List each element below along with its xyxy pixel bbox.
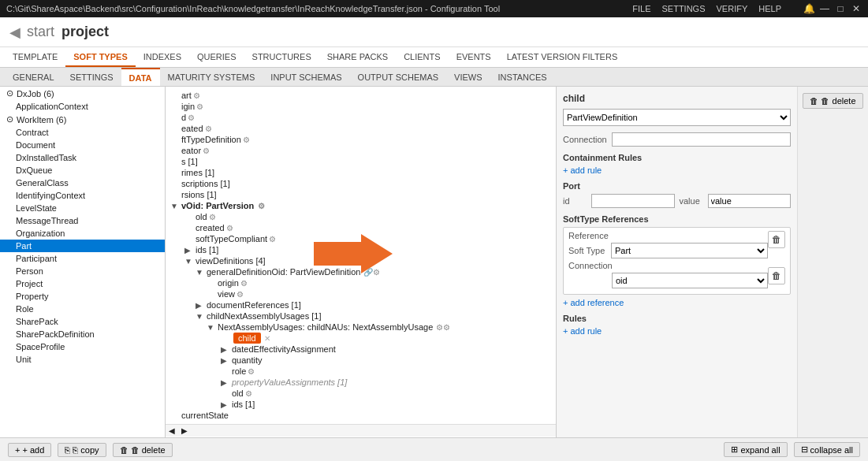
titlebar-path: C:\Git\ShareAspace\Backend\src\Configura… (6, 4, 500, 13)
connection-input[interactable] (612, 132, 791, 147)
verify-menu[interactable]: VERIFY (717, 4, 748, 13)
sidebar-item-generalclass[interactable]: GeneralClass (0, 177, 165, 189)
tab-input-schemas[interactable]: INPUT SCHEMAS (263, 68, 349, 86)
tab-clients[interactable]: CLIENTS (396, 47, 448, 67)
tab-queries[interactable]: QUERIES (189, 47, 244, 67)
add-btn[interactable]: + + add (8, 443, 51, 457)
tree-item-ids2[interactable]: ▶ ids [1] (166, 399, 556, 410)
tree-item-scriptions[interactable]: scriptions [1] (166, 178, 556, 189)
tree-item-old[interactable]: old ⚙ (166, 211, 556, 222)
sidebar-item-role[interactable]: Role (0, 303, 165, 315)
tab-views[interactable]: VIEWS (446, 68, 490, 86)
help-menu[interactable]: HELP (758, 4, 781, 13)
sidebar-item-contract[interactable]: Contract (0, 126, 165, 139)
tab-settings[interactable]: SETTINGS (62, 68, 121, 86)
add-containment-rule-btn[interactable]: + add rule (563, 165, 791, 175)
sidebar-item-identifyingcontext[interactable]: IdentifyingContext (0, 189, 165, 202)
tab-maturity-systems[interactable]: MATURITY SYSTEMS (160, 68, 263, 86)
tree-item-igin[interactable]: igin ⚙ (166, 101, 556, 112)
tree-item-datedeffectivityassignment[interactable]: ▶ datedEffectivityAssignment (166, 344, 556, 355)
soft-type-dropdown[interactable]: Part (611, 243, 768, 258)
sidebar-item-participant[interactable]: Participant (0, 252, 165, 265)
bell-icon[interactable]: 🔔 (803, 3, 814, 14)
tree-item-old2[interactable]: old ⚙ (166, 388, 556, 399)
tab-structures[interactable]: STRUCTURES (244, 47, 319, 67)
tree-item-void-partversion[interactable]: ▼ vOid: PartVersion ⚙ (166, 200, 556, 211)
delete-connection-btn[interactable]: 🗑 (768, 231, 785, 248)
tab-soft-types[interactable]: SOFT TYPES (65, 47, 135, 67)
tree-item-origin[interactable]: origin ⚙ (166, 277, 556, 288)
tree-item-nextassemblyusages[interactable]: ▼ NextAssemblyUsages: childNAUs: NextAss… (166, 322, 556, 333)
sidebar-item-unit[interactable]: Unit (0, 353, 165, 366)
tree-item-rsions[interactable]: rsions [1] (166, 189, 556, 200)
tab-share-packs[interactable]: SHARE PACKS (319, 47, 396, 67)
tab-latest-version-filters[interactable]: LATEST VERSION FILTERS (499, 47, 626, 67)
port-title: Port (563, 181, 791, 191)
tab-general[interactable]: GENERAL (5, 68, 62, 86)
sidebar-item-document[interactable]: Document (0, 139, 165, 151)
delete-action-btn[interactable]: 🗑 🗑 delete (803, 93, 862, 109)
tree-item-viewdefinitions[interactable]: ▼ viewDefinitions [4] (166, 255, 556, 266)
sidebar-item-part[interactable]: Part (0, 240, 165, 252)
tree-item-art[interactable]: art ⚙ (166, 90, 556, 101)
sidebar-item-property[interactable]: Property (0, 290, 165, 303)
sidebar-item-person[interactable]: Person (0, 265, 165, 277)
add-reference-btn[interactable]: + add reference (563, 298, 791, 307)
tab-instances[interactable]: INSTANCES (490, 68, 555, 86)
copy-btn[interactable]: ⎘ ⎘ copy (58, 443, 106, 457)
delete-reference-btn[interactable]: 🗑 (768, 267, 785, 284)
tree-item-view[interactable]: view ⚙ (166, 288, 556, 299)
file-menu[interactable]: FILE (632, 4, 650, 13)
tree-item-role[interactable]: role ⚙ (166, 366, 556, 377)
sidebar-item-sharepack[interactable]: SharePack (0, 315, 165, 328)
sidebar-item-levelstate[interactable]: LevelState (0, 202, 165, 214)
oid-dropdown[interactable]: oid (612, 273, 768, 288)
sidebar-item-sharepackdefinition[interactable]: SharePackDefinition (0, 328, 165, 340)
tab-events[interactable]: EVENTS (449, 47, 499, 67)
port-id-input[interactable] (591, 194, 675, 208)
sidebar-item-project[interactable]: Project (0, 277, 165, 290)
sidebar-item-applicationcontext[interactable]: ApplicationContext (0, 100, 165, 113)
scroll-right-arrow[interactable]: ▶ (178, 426, 191, 435)
port-value-input[interactable] (708, 194, 792, 208)
tree-item-currentstate[interactable]: currentState (166, 410, 556, 421)
sidebar-item-messagethread[interactable]: MessageThread (0, 214, 165, 227)
scroll-left-arrow[interactable]: ◀ (166, 426, 178, 435)
tree-item-quantity[interactable]: ▶ quantity (166, 355, 556, 366)
tree-item-childnextassemblyusages[interactable]: ▼ childNextAssemblyUsages [1] (166, 310, 556, 322)
tree-item-softtypecompliant[interactable]: softTypeCompliant ⚙ (166, 233, 556, 244)
tree-item-generaldefinitionoid[interactable]: ▼ generalDefinitionOid: PartViewDefiniti… (166, 266, 556, 277)
minimize-btn[interactable]: — (819, 3, 830, 14)
tree-item-documentreferences[interactable]: ▶ documentReferences [1] (166, 299, 556, 310)
close-btn[interactable]: ✕ (851, 3, 862, 14)
settings-menu[interactable]: SETTINGS (662, 4, 706, 13)
sidebar-item-spaceprofile[interactable]: SpaceProfile (0, 340, 165, 353)
tree-item-ids[interactable]: ▶ ids [1] (166, 244, 556, 255)
expand-all-btn[interactable]: ⊞ expand all (724, 442, 787, 457)
tab-indexes[interactable]: INDEXES (136, 47, 189, 67)
tree-item-fttypedefinition[interactable]: ftTypeDefinition ⚙ (166, 134, 556, 145)
sidebar-item-dxqueue[interactable]: DxQueue (0, 164, 165, 177)
tab-template[interactable]: TEMPLATE (5, 47, 65, 67)
tree-item-d[interactable]: d ⚙ (166, 112, 556, 123)
tree-item-rimes[interactable]: rimes [1] (166, 167, 556, 178)
tree-item-created[interactable]: created ⚙ (166, 222, 556, 233)
tab-output-schemas[interactable]: OUTPUT SCHEMAS (350, 68, 446, 86)
tab-data[interactable]: DATA (121, 68, 160, 86)
sidebar-item-organization[interactable]: Organization (0, 227, 165, 240)
sidebar-group-workitem[interactable]: ⊙ WorkItem (6) (0, 113, 165, 126)
sidebar-item-dxinstalledtask[interactable]: DxInstalledTask (0, 151, 165, 164)
tree-item-child[interactable]: child (233, 333, 261, 344)
tree-item-eated[interactable]: eated ⚙ (166, 123, 556, 134)
sidebar-group-dxjob[interactable]: ⊙ DxJob (6) (0, 87, 165, 100)
collapse-all-btn[interactable]: ⊟ collapse all (794, 442, 860, 457)
delete-btn[interactable]: 🗑 🗑 delete (113, 443, 173, 457)
back-button[interactable]: ◀ (9, 24, 20, 41)
maximize-btn[interactable]: □ (835, 3, 846, 14)
app-header: ◀ start project (0, 17, 868, 47)
tree-item-s[interactable]: s [1] (166, 156, 556, 167)
detail-type-dropdown[interactable]: PartViewDefinition (563, 109, 791, 126)
add-rule-btn[interactable]: + add rule (563, 326, 791, 336)
tree-item-propertyvalueassignments[interactable]: ▶ propertyValueAssignments [1] (166, 377, 556, 388)
tree-item-eator[interactable]: eator ⚙ (166, 145, 556, 156)
